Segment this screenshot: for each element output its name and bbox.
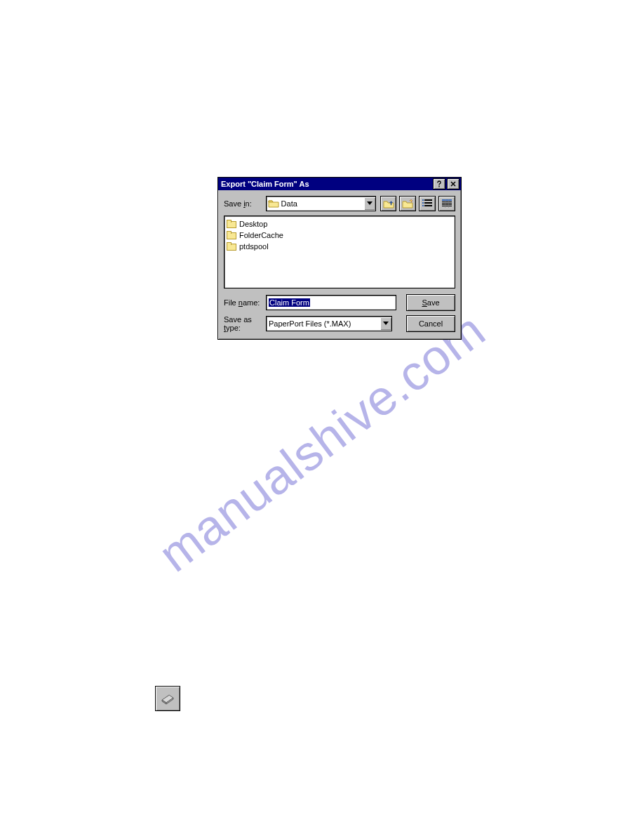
folder-icon <box>227 242 236 251</box>
up-one-level-button[interactable] <box>380 196 397 211</box>
list-item[interactable]: ptdspool <box>227 241 452 252</box>
save-in-value: Data <box>281 199 363 208</box>
details-view-button[interactable] <box>438 196 455 211</box>
svg-rect-13 <box>448 199 449 208</box>
dropdown-arrow[interactable] <box>380 317 391 330</box>
label-text: ype: <box>226 324 241 332</box>
file-list[interactable]: Desktop FolderCache ptdspool <box>224 216 455 289</box>
folder-icon <box>227 231 236 239</box>
save-as-type-row: Save as type: PaperPort Files (*.MAX) Ca… <box>224 315 455 332</box>
close-button[interactable] <box>447 178 459 190</box>
list-item[interactable]: FolderCache <box>227 230 452 241</box>
dialog-titlebar: Export "Claim Form" As <box>218 178 461 190</box>
svg-rect-3 <box>422 202 424 204</box>
file-name: Desktop <box>239 220 267 228</box>
save-as-type-label: Save as type: <box>224 315 266 332</box>
svg-rect-4 <box>424 202 432 204</box>
cancel-button[interactable]: Cancel <box>406 315 455 332</box>
folder-icon <box>227 220 236 228</box>
file-name-row: File name: Claim Form Save <box>224 294 455 311</box>
file-name: ptdspool <box>239 242 269 251</box>
save-in-label: Save in: <box>224 199 266 208</box>
svg-point-0 <box>410 200 412 201</box>
chevron-down-icon <box>367 201 373 206</box>
label-text: Save as <box>224 315 252 324</box>
file-name-input[interactable]: Claim Form <box>266 295 396 310</box>
save-as-type-dropdown[interactable]: PaperPort Files (*.MAX) <box>266 316 392 331</box>
list-item[interactable]: Desktop <box>227 218 452 230</box>
button-text: ave <box>427 298 440 307</box>
save-button[interactable]: Save <box>406 294 455 311</box>
folder-up-icon <box>383 199 394 208</box>
label-text: Save <box>224 199 243 208</box>
save-in-dropdown[interactable]: Data <box>266 196 376 211</box>
chevron-down-icon <box>383 322 389 326</box>
svg-rect-2 <box>424 199 432 201</box>
scanner-icon <box>160 691 175 706</box>
help-button[interactable] <box>433 178 445 190</box>
svg-rect-7 <box>442 199 452 201</box>
list-view-button[interactable] <box>419 196 436 211</box>
label-text: File <box>224 298 239 307</box>
save-in-row: Save in: Data <box>224 196 455 211</box>
export-dialog: Export "Claim Form" As Save in: <box>217 177 462 340</box>
svg-rect-11 <box>442 206 452 206</box>
svg-rect-6 <box>424 205 432 206</box>
svg-rect-12 <box>445 199 445 208</box>
svg-rect-9 <box>442 203 452 204</box>
titlebar-buttons <box>433 178 459 190</box>
file-name-label: File name: <box>224 298 266 307</box>
save-as-type-value: PaperPort Files (*.MAX) <box>269 319 380 328</box>
label-text: ame: <box>243 298 260 307</box>
button-accel: S <box>422 298 427 307</box>
svg-rect-8 <box>442 201 452 202</box>
close-icon <box>450 181 456 187</box>
new-folder-icon <box>402 199 413 208</box>
details-icon <box>442 199 452 208</box>
dropdown-arrow[interactable] <box>363 197 375 210</box>
svg-rect-10 <box>442 204 452 205</box>
button-text: Cancel <box>419 319 443 328</box>
dialog-title: Export "Claim Form" As <box>221 180 309 188</box>
svg-rect-5 <box>422 205 424 206</box>
file-name: FolderCache <box>239 231 283 239</box>
svg-rect-1 <box>422 199 424 201</box>
folder-open-icon <box>268 198 279 209</box>
label-text: n: <box>246 199 252 208</box>
list-icon <box>422 199 432 208</box>
scanner-button[interactable] <box>155 686 180 711</box>
file-name-value: Claim Form <box>269 298 310 307</box>
help-icon <box>436 180 443 187</box>
new-folder-button[interactable] <box>399 196 416 211</box>
